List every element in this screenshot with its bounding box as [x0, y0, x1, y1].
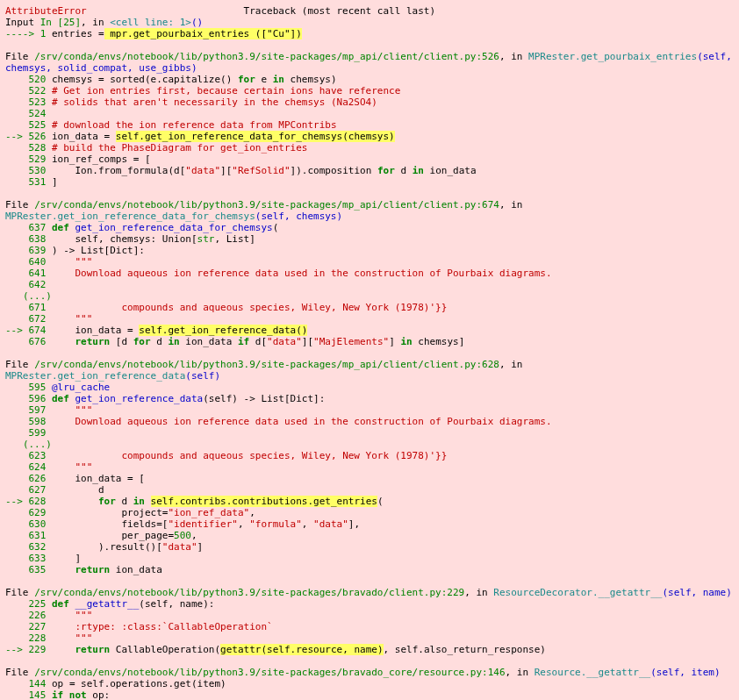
frame-file: File — [5, 199, 34, 211]
frame-file: File — [5, 51, 34, 62]
current-frame-arrow: ----> 1 — [5, 28, 46, 39]
error-name: AttributeError — [5, 5, 87, 17]
traceback-output: AttributeError Traceback (most recent ca… — [5, 5, 734, 700]
input-cell-number: In [25] — [40, 17, 81, 28]
frame-file: File — [5, 667, 34, 678]
frame-file: File — [5, 359, 34, 370]
frame-file: File — [5, 587, 34, 598]
